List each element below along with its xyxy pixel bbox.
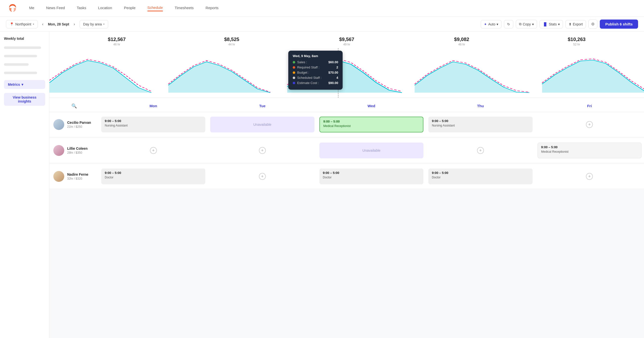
unavailable-card: Unavailable bbox=[210, 116, 314, 132]
nav-news-feed[interactable]: News Feed bbox=[46, 6, 65, 11]
nav-reports[interactable]: Reports bbox=[206, 6, 218, 11]
nav-me[interactable]: Me bbox=[29, 6, 34, 11]
day-header-wed: Wed bbox=[317, 102, 426, 110]
prev-date-button[interactable]: ‹ bbox=[41, 21, 45, 28]
publish-button[interactable]: Publish 6 shifts bbox=[600, 20, 638, 29]
location-selector[interactable]: 📍 Northpoint ▾ bbox=[6, 20, 38, 28]
shift-role: Medical Receptionist bbox=[541, 150, 638, 154]
add-shift-button[interactable]: + bbox=[586, 121, 593, 128]
nav-people[interactable]: People bbox=[124, 6, 136, 11]
chart-container[interactable]: Wed, 9 May, 8am Sales : $60.00 Required … bbox=[50, 48, 644, 98]
shift-cell-2-1[interactable]: + bbox=[208, 172, 317, 181]
shift-role: Medical Receptionist bbox=[323, 124, 420, 128]
shift-role: Nursing Assistant bbox=[432, 124, 529, 127]
stats-button[interactable]: ▐▌ Stats ▾ bbox=[540, 20, 563, 28]
chart-hours-0: 46 hr bbox=[114, 43, 120, 46]
schedule-rows: Cecilio Parvan21hr / $2509:00 – 5:00Nurs… bbox=[50, 112, 644, 189]
nav-tasks[interactable]: Tasks bbox=[77, 6, 86, 11]
shift-cell-0-3[interactable]: 9:00 – 5:00Nursing Assistant bbox=[426, 115, 535, 134]
tooltip-row-1: Required Staff : 2 bbox=[293, 66, 338, 69]
employee-meta-0: 21hr / $250 bbox=[67, 125, 91, 128]
shift-card[interactable]: 9:00 – 5:00Doctor bbox=[428, 168, 532, 184]
day-header-mon: Mon bbox=[99, 102, 208, 110]
copy-button[interactable]: ⧉ Copy ▾ bbox=[516, 20, 537, 28]
chart-amount-1: $8,525 bbox=[174, 36, 289, 42]
schedule-row: Nadire Ferne32hr / $3209:00 – 5:00Doctor… bbox=[50, 164, 644, 189]
shift-cell-0-1[interactable]: Unavailable bbox=[208, 115, 317, 134]
schedule-row: Cecilio Parvan21hr / $2509:00 – 5:00Nurs… bbox=[50, 112, 644, 137]
chart-header: $12,567 46 hr $8,525 44 hr $9,567 49 hr … bbox=[50, 36, 644, 46]
search-area[interactable]: 🔍 bbox=[50, 102, 99, 110]
shift-cell-1-0[interactable]: + bbox=[99, 146, 208, 156]
shift-cell-1-2[interactable]: Unavailable bbox=[317, 141, 426, 160]
shift-card[interactable]: 9:00 – 5:00Doctor bbox=[320, 168, 424, 184]
copy-label: Copy bbox=[523, 22, 531, 26]
chart-col-2: $9,567 49 hr bbox=[289, 36, 404, 46]
shift-card[interactable]: 9:00 – 5:00Doctor bbox=[101, 168, 205, 184]
view-mode-selector[interactable]: Day by area ▾ bbox=[80, 20, 108, 28]
employee-meta-2: 32hr / $320 bbox=[67, 177, 88, 180]
chart-hours-2: 49 hr bbox=[343, 43, 350, 46]
add-shift-button[interactable]: + bbox=[259, 173, 266, 180]
tooltip-title: Wed, 9 May, 8am bbox=[293, 54, 338, 58]
shift-cell-0-0[interactable]: 9:00 – 5:00Nursing Assistant bbox=[99, 115, 208, 134]
shift-time: 9:00 – 5:00 bbox=[323, 171, 420, 175]
add-shift-button[interactable]: + bbox=[150, 147, 157, 154]
stats-icon: ▐▌ bbox=[543, 22, 548, 26]
nav-schedule[interactable]: Schedule bbox=[148, 6, 163, 11]
shift-card[interactable]: 9:00 – 5:00Nursing Assistant bbox=[428, 116, 532, 132]
settings-button[interactable]: ⚙ bbox=[588, 20, 597, 29]
svg-marker-5 bbox=[542, 60, 644, 93]
shift-time: 9:00 – 5:00 bbox=[105, 171, 202, 175]
nav-timesheets[interactable]: Timesheets bbox=[175, 6, 194, 11]
employee-name-2: Nadire Ferne bbox=[67, 172, 88, 176]
metrics-button[interactable]: Metrics ▾ bbox=[4, 80, 45, 89]
tooltip-dot-3 bbox=[293, 76, 295, 79]
shift-cell-0-2[interactable]: 9:00 – 5:00Medical Receptionist bbox=[317, 115, 426, 134]
shift-card[interactable]: 9:00 – 5:00Nursing Assistant bbox=[101, 116, 205, 132]
shift-time: 9:00 – 5:00 bbox=[105, 119, 202, 123]
insights-button[interactable]: View business insights bbox=[4, 93, 45, 106]
insights-label: View business insights bbox=[8, 95, 41, 103]
export-button[interactable]: ⬆ Export bbox=[566, 20, 586, 28]
tooltip-dot-1 bbox=[293, 66, 295, 69]
add-shift-button[interactable]: + bbox=[586, 173, 593, 180]
stats-label: Stats bbox=[549, 22, 557, 26]
metrics-chevron-icon: ▾ bbox=[22, 82, 23, 86]
current-date: Mon, 28 Sept bbox=[48, 22, 69, 26]
export-label: Export bbox=[573, 22, 583, 26]
shift-cell-2-3[interactable]: 9:00 – 5:00Doctor bbox=[426, 167, 535, 186]
refresh-button[interactable]: ↻ bbox=[504, 20, 513, 28]
shift-cell-1-3[interactable]: + bbox=[426, 146, 535, 156]
shift-cell-0-4[interactable]: + bbox=[535, 120, 644, 130]
chart-col-1: $8,525 44 hr bbox=[174, 36, 289, 46]
sidebar: Weekly total Metrics ▾ View business ins… bbox=[0, 32, 50, 338]
shift-card[interactable]: 9:00 – 5:00Medical Receptionist bbox=[320, 116, 424, 132]
add-shift-button[interactable]: + bbox=[477, 147, 484, 154]
metrics-label: Metrics bbox=[8, 82, 20, 86]
shift-role: Doctor bbox=[105, 176, 202, 179]
auto-chevron-icon: ▾ bbox=[496, 22, 498, 26]
tooltip-row-3: Scheduled Staff : 4 bbox=[293, 76, 338, 80]
search-icon: 🔍 bbox=[72, 103, 77, 109]
chart-amount-4: $10,263 bbox=[519, 36, 634, 42]
tooltip-dot-2 bbox=[293, 72, 295, 74]
shift-cell-1-4[interactable]: 9:00 – 5:00Medical Receptionist bbox=[535, 141, 644, 160]
shift-cell-2-0[interactable]: 9:00 – 5:00Doctor bbox=[99, 167, 208, 186]
shift-cell-2-2[interactable]: 9:00 – 5:00Doctor bbox=[317, 167, 426, 186]
nav-location[interactable]: Location bbox=[98, 6, 112, 11]
shift-cell-1-1[interactable]: + bbox=[208, 146, 317, 156]
tooltip-dot-0 bbox=[293, 61, 295, 64]
auto-icon: ✦ bbox=[484, 22, 487, 26]
shift-card[interactable]: 9:00 – 5:00Medical Receptionist bbox=[538, 142, 642, 158]
auto-label: Auto bbox=[488, 22, 495, 26]
add-shift-button[interactable]: + bbox=[259, 147, 266, 154]
auto-button[interactable]: ✦ Auto ▾ bbox=[481, 20, 502, 28]
chart-col-3: $9,082 46 hr bbox=[404, 36, 519, 46]
tooltip-row-0: Sales : $60.00 bbox=[293, 60, 338, 64]
view-mode-label: Day by area bbox=[83, 22, 102, 26]
next-date-button[interactable]: › bbox=[72, 21, 76, 28]
chart-tooltip: Wed, 9 May, 8am Sales : $60.00 Required … bbox=[288, 51, 343, 90]
day-header-thu: Thu bbox=[426, 102, 535, 110]
shift-cell-2-4[interactable]: + bbox=[535, 172, 644, 181]
